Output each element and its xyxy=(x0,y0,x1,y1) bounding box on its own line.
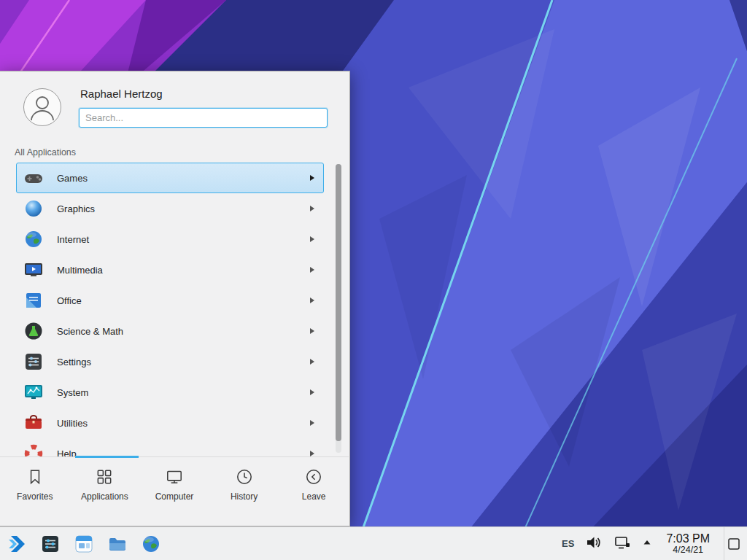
tab-label: Favorites xyxy=(17,491,53,502)
launcher-footer: Favorites Applications Computer xyxy=(0,456,349,526)
tab-applications[interactable]: Applications xyxy=(70,467,140,526)
apps-grid-icon xyxy=(95,467,114,486)
category-label: System xyxy=(57,387,297,398)
browser-globe-icon[interactable] xyxy=(141,534,161,554)
category-list: Games Graphics Internet xyxy=(0,163,350,458)
chevron-right-icon xyxy=(310,420,314,426)
clock-icon xyxy=(235,467,254,486)
chevron-right-icon xyxy=(310,267,314,273)
tab-label: History xyxy=(231,491,258,502)
show-desktop-icon xyxy=(727,537,740,551)
tab-favorites[interactable]: Favorites xyxy=(0,467,70,526)
graphics-sphere-icon xyxy=(23,198,44,219)
category-label: Multimedia xyxy=(57,265,297,276)
tab-label: Applications xyxy=(81,491,128,502)
help-lifebuoy-icon xyxy=(23,443,44,458)
multimedia-monitor-icon xyxy=(23,260,44,280)
tab-history[interactable]: History xyxy=(209,467,279,526)
category-label: Science & Math xyxy=(57,326,297,337)
chevron-right-icon xyxy=(310,389,314,395)
chevron-right-icon xyxy=(310,175,314,181)
volume-icon[interactable] xyxy=(585,534,603,554)
chevron-right-icon xyxy=(310,328,314,334)
show-desktop-button[interactable] xyxy=(724,527,743,560)
launcher-header: Raphael Hertzog xyxy=(0,71,349,144)
category-science-math[interactable]: Science & Math xyxy=(16,316,324,346)
category-games[interactable]: Games xyxy=(16,163,324,193)
taskbar: ES 7:03 PM 4/24/21 xyxy=(0,526,747,560)
user-silhouette-icon xyxy=(24,89,61,125)
utilities-toolbox-icon xyxy=(23,413,44,433)
category-utilities[interactable]: Utilities xyxy=(16,408,324,438)
tab-label: Computer xyxy=(155,491,194,502)
folder-icon[interactable] xyxy=(107,534,128,554)
office-document-icon xyxy=(23,290,44,311)
category-label: Graphics xyxy=(57,203,297,214)
section-label: All Applications xyxy=(15,147,76,158)
network-icon[interactable] xyxy=(614,534,631,554)
scrollbar-track[interactable] xyxy=(336,164,341,453)
clock-date: 4/24/21 xyxy=(666,545,710,555)
system-monitor-icon xyxy=(23,382,44,402)
digital-clock[interactable]: 7:03 PM 4/24/21 xyxy=(663,532,713,556)
leave-icon xyxy=(304,467,323,486)
chevron-right-icon xyxy=(310,236,314,242)
user-name: Raphael Hertzog xyxy=(80,88,163,100)
chevron-right-icon xyxy=(310,451,314,456)
category-graphics[interactable]: Graphics xyxy=(16,193,324,224)
category-label: Office xyxy=(57,295,297,306)
scrollbar-thumb[interactable] xyxy=(336,164,341,441)
category-internet[interactable]: Internet xyxy=(16,224,324,254)
tab-computer[interactable]: Computer xyxy=(139,467,209,526)
keyboard-layout-indicator[interactable]: ES xyxy=(562,538,574,549)
category-label: Settings xyxy=(57,357,297,368)
science-flask-icon xyxy=(23,321,44,341)
chevron-right-icon xyxy=(310,206,314,211)
tab-label: Leave xyxy=(302,491,326,502)
system-settings-icon[interactable] xyxy=(40,534,61,554)
tab-leave[interactable]: Leave xyxy=(279,467,349,526)
category-multimedia[interactable]: Multimedia xyxy=(16,254,324,285)
category-label: Games xyxy=(57,173,297,184)
chevron-right-icon xyxy=(310,298,314,303)
computer-icon xyxy=(165,467,184,486)
category-help[interactable]: Help xyxy=(16,438,324,458)
kde-kickoff-icon[interactable] xyxy=(7,534,27,554)
user-avatar[interactable] xyxy=(23,88,61,126)
category-label: Utilities xyxy=(57,418,297,429)
settings-sliders-icon xyxy=(23,351,44,372)
clock-time: 7:03 PM xyxy=(666,532,710,545)
dolphin-icon[interactable] xyxy=(74,534,94,554)
application-launcher: Raphael Hertzog All Applications Games G… xyxy=(0,71,350,526)
system-tray: ES 7:03 PM 4/24/21 xyxy=(562,527,747,560)
active-tab-indicator xyxy=(75,456,139,458)
bookmark-icon xyxy=(26,467,44,486)
expand-tray-icon[interactable] xyxy=(642,537,652,551)
gamepad-icon xyxy=(23,168,44,188)
globe-icon xyxy=(23,229,44,249)
category-label: Internet xyxy=(57,234,297,245)
category-settings[interactable]: Settings xyxy=(16,346,324,377)
category-office[interactable]: Office xyxy=(16,285,324,316)
category-system[interactable]: System xyxy=(16,377,324,408)
search-input[interactable] xyxy=(79,108,328,128)
chevron-right-icon xyxy=(310,359,314,365)
